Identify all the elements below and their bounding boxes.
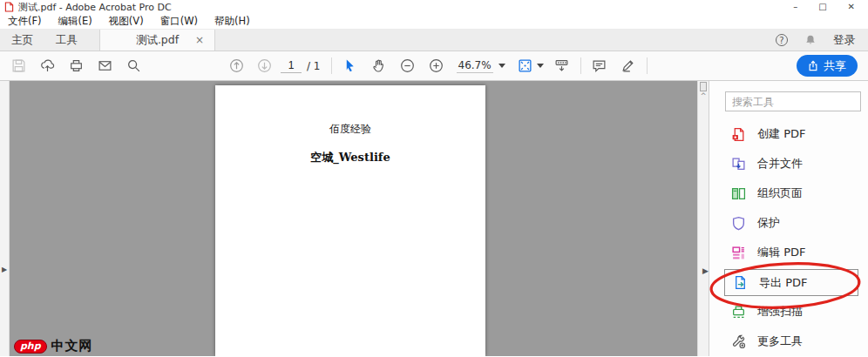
title-bar: 测试.pdf - Adobe Acrobat Pro DC – □ ✕ bbox=[0, 0, 868, 14]
enhance-scans-icon bbox=[731, 305, 746, 320]
document-author-text: 空城_Westlife bbox=[215, 150, 485, 165]
tool-more-tools[interactable]: 更多工具 bbox=[709, 327, 868, 356]
sign-in-button[interactable]: 登录 bbox=[833, 33, 855, 48]
tab-close-icon[interactable]: × bbox=[195, 34, 204, 46]
document-viewport: 佰度经验 空城_Westlife php 中文网 bbox=[10, 81, 697, 356]
document-title-text: 佰度经验 bbox=[215, 122, 485, 137]
tools-panel: 创建 PDF 合并文件 组织页面 保护 编辑 PDF bbox=[709, 81, 868, 356]
edit-pdf-icon bbox=[731, 246, 746, 260]
toolbar-divider bbox=[331, 57, 332, 74]
menu-edit[interactable]: 编辑(E) bbox=[58, 15, 92, 28]
bell-icon[interactable] bbox=[804, 34, 817, 46]
tool-combine-files[interactable]: 合并文件 bbox=[709, 149, 868, 178]
tool-organize-pages[interactable]: 组织页面 bbox=[709, 178, 868, 208]
left-panel-strip[interactable]: ▶ bbox=[0, 81, 10, 356]
zoom-caret-icon[interactable] bbox=[498, 64, 505, 68]
help-icon[interactable]: ? bbox=[776, 34, 788, 46]
vertical-scrollbar[interactable]: ^ bbox=[697, 81, 709, 356]
tool-label: 保护 bbox=[757, 215, 780, 231]
tools-list: 创建 PDF 合并文件 组织页面 保护 编辑 PDF bbox=[709, 119, 868, 356]
share-button[interactable]: 共享 bbox=[797, 55, 858, 77]
protect-icon bbox=[731, 216, 746, 231]
zoom-in-icon[interactable] bbox=[429, 58, 444, 74]
fit-page-icon[interactable] bbox=[518, 58, 533, 74]
page-number-input[interactable] bbox=[281, 58, 302, 73]
php-logo: php bbox=[14, 340, 47, 354]
menu-file[interactable]: 文件(F) bbox=[8, 15, 42, 28]
email-icon[interactable] bbox=[97, 58, 112, 74]
print-icon[interactable] bbox=[68, 58, 84, 74]
restore-button[interactable]: □ bbox=[818, 1, 826, 13]
tool-enhance-scans[interactable]: 增强扫描 bbox=[709, 297, 868, 327]
window-title: 测试.pdf - Adobe Acrobat Pro DC bbox=[18, 1, 172, 14]
save-icon[interactable] bbox=[10, 58, 26, 74]
tool-label: 组织页面 bbox=[757, 185, 803, 201]
fit-page-caret-icon[interactable] bbox=[537, 64, 544, 68]
main-toolbar: / 1 46.7% 共享 bbox=[0, 51, 868, 81]
combine-files-icon bbox=[731, 157, 746, 172]
pdf-page: 佰度经验 空城_Westlife bbox=[215, 85, 485, 356]
zoom-out-icon[interactable] bbox=[400, 58, 416, 74]
toolbar-divider bbox=[580, 57, 581, 74]
menu-window[interactable]: 窗口(W) bbox=[160, 15, 198, 28]
scroll-up-icon[interactable]: ^ bbox=[698, 92, 709, 100]
panel-collapse-icon[interactable]: ▶ bbox=[702, 266, 709, 275]
menu-bar: 文件(F) 编辑(E) 视图(V) 窗口(W) 帮助(H) bbox=[0, 14, 868, 30]
tool-label: 合并文件 bbox=[757, 156, 803, 172]
pen-icon[interactable] bbox=[620, 58, 636, 74]
main-area: ▶ 佰度经验 空城_Westlife php 中文网 ^ 创建 PDF bbox=[0, 81, 868, 356]
tab-document-label: 测试.pdf bbox=[136, 33, 179, 48]
menu-help[interactable]: 帮助(H) bbox=[214, 15, 250, 28]
share-icon bbox=[808, 60, 818, 71]
tab-tools[interactable]: 工具 bbox=[44, 30, 89, 51]
previous-page-icon[interactable] bbox=[228, 58, 244, 74]
organize-pages-icon bbox=[731, 186, 746, 201]
tool-label: 导出 PDF bbox=[759, 275, 807, 291]
tool-export-pdf[interactable]: 导出 PDF bbox=[724, 269, 858, 296]
scrollbar-thumb[interactable] bbox=[700, 82, 707, 91]
search-icon[interactable] bbox=[125, 58, 141, 74]
share-button-label: 共享 bbox=[824, 58, 846, 74]
select-tool-icon[interactable] bbox=[342, 58, 358, 74]
watermark: php 中文网 bbox=[14, 338, 93, 354]
toolbar-divider bbox=[647, 57, 648, 74]
left-panel-expand-icon[interactable]: ▶ bbox=[2, 266, 7, 273]
page-display-icon[interactable] bbox=[554, 58, 570, 74]
watermark-site-text: 中文网 bbox=[51, 338, 93, 354]
tool-label: 增强扫描 bbox=[757, 304, 803, 320]
tool-label: 编辑 PDF bbox=[757, 245, 805, 260]
tab-bar: 主页 工具 测试.pdf × ? 登录 bbox=[0, 30, 868, 51]
tool-create-pdf[interactable]: 创建 PDF bbox=[709, 119, 868, 149]
tool-protect[interactable]: 保护 bbox=[709, 208, 868, 238]
comment-icon[interactable] bbox=[592, 58, 607, 74]
next-page-icon[interactable] bbox=[256, 58, 272, 74]
zoom-level-value[interactable]: 46.7% bbox=[457, 59, 493, 73]
tab-home[interactable]: 主页 bbox=[0, 30, 44, 51]
export-pdf-icon bbox=[733, 275, 748, 290]
tool-label: 更多工具 bbox=[757, 333, 803, 349]
acrobat-window: 测试.pdf - Adobe Acrobat Pro DC – □ ✕ 文件(F… bbox=[0, 0, 868, 357]
tool-edit-pdf[interactable]: 编辑 PDF bbox=[709, 238, 868, 267]
more-tools-icon bbox=[731, 334, 746, 349]
acrobat-app-icon bbox=[4, 2, 14, 12]
page-count-label: / 1 bbox=[307, 60, 321, 72]
close-button[interactable]: ✕ bbox=[848, 1, 855, 13]
minimize-button[interactable]: – bbox=[793, 1, 797, 13]
tool-label: 创建 PDF bbox=[757, 126, 805, 142]
create-pdf-icon bbox=[731, 127, 746, 142]
tab-document[interactable]: 测试.pdf × bbox=[99, 30, 215, 51]
upload-cloud-icon[interactable] bbox=[39, 58, 55, 74]
hand-tool-icon[interactable] bbox=[371, 58, 387, 74]
search-tools-input[interactable] bbox=[725, 91, 861, 111]
menu-view[interactable]: 视图(V) bbox=[109, 15, 144, 28]
